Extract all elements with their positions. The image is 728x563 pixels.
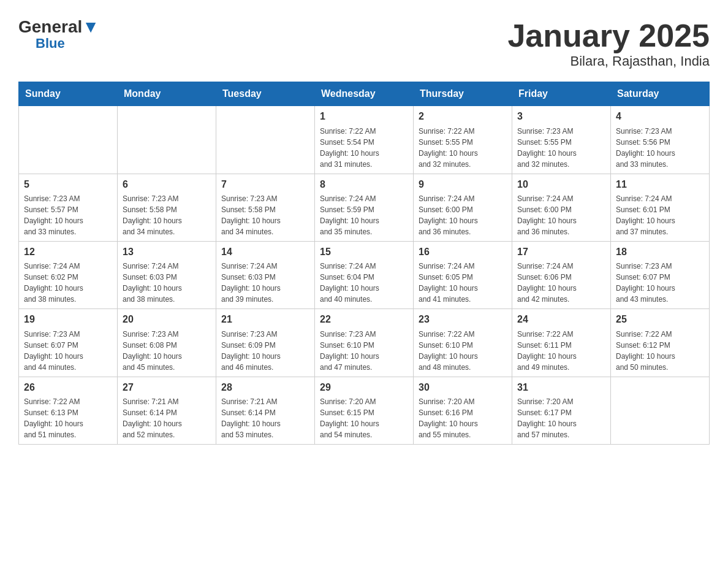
day-number: 31	[517, 381, 605, 394]
calendar-subtitle: Bilara, Rajasthan, India	[507, 53, 710, 69]
day-info: Sunrise: 7:24 AM Sunset: 6:00 PM Dayligh…	[517, 193, 605, 237]
day-info: Sunrise: 7:22 AM Sunset: 6:12 PM Dayligh…	[616, 329, 704, 373]
day-number: 27	[123, 381, 211, 394]
calendar-day-cell: 28Sunrise: 7:21 AM Sunset: 6:14 PM Dayli…	[216, 377, 315, 444]
calendar-day-cell: 26Sunrise: 7:22 AM Sunset: 6:13 PM Dayli…	[19, 377, 118, 444]
day-info: Sunrise: 7:23 AM Sunset: 5:58 PM Dayligh…	[221, 193, 309, 237]
calendar-day-cell: 8Sunrise: 7:24 AM Sunset: 5:59 PM Daylig…	[315, 174, 414, 241]
day-number: 23	[419, 313, 507, 326]
calendar-day-cell: 15Sunrise: 7:24 AM Sunset: 6:04 PM Dayli…	[315, 241, 414, 308]
calendar-week-row: 12Sunrise: 7:24 AM Sunset: 6:02 PM Dayli…	[19, 241, 710, 308]
day-number: 17	[517, 245, 605, 259]
calendar-day-cell: 29Sunrise: 7:20 AM Sunset: 6:15 PM Dayli…	[315, 377, 414, 444]
calendar-day-cell: 4Sunrise: 7:23 AM Sunset: 5:56 PM Daylig…	[611, 106, 710, 174]
day-number: 7	[221, 178, 309, 191]
day-info: Sunrise: 7:22 AM Sunset: 6:11 PM Dayligh…	[517, 329, 605, 373]
calendar-day-cell: 11Sunrise: 7:24 AM Sunset: 6:01 PM Dayli…	[611, 174, 710, 241]
calendar-day-cell: 19Sunrise: 7:23 AM Sunset: 6:07 PM Dayli…	[19, 309, 118, 377]
day-number: 26	[24, 381, 112, 394]
calendar-header-wednesday: Wednesday	[315, 82, 414, 106]
day-number: 28	[221, 381, 309, 394]
day-number: 5	[24, 178, 112, 191]
calendar-day-cell: 7Sunrise: 7:23 AM Sunset: 5:58 PM Daylig…	[216, 174, 315, 241]
calendar-day-cell	[19, 106, 118, 174]
day-number: 15	[320, 245, 408, 259]
day-number: 16	[419, 245, 507, 259]
day-info: Sunrise: 7:22 AM Sunset: 6:10 PM Dayligh…	[419, 329, 507, 373]
calendar-day-cell: 12Sunrise: 7:24 AM Sunset: 6:02 PM Dayli…	[19, 241, 118, 308]
day-number: 9	[419, 178, 507, 191]
calendar-header-row: SundayMondayTuesdayWednesdayThursdayFrid…	[19, 82, 710, 106]
day-number: 24	[517, 313, 605, 326]
day-info: Sunrise: 7:23 AM Sunset: 5:58 PM Dayligh…	[123, 193, 211, 237]
day-number: 11	[616, 178, 704, 191]
calendar-day-cell	[611, 377, 710, 444]
calendar-title: January 2025	[507, 18, 710, 53]
logo-blue-text: Blue	[36, 36, 65, 52]
calendar-day-cell: 2Sunrise: 7:22 AM Sunset: 5:55 PM Daylig…	[414, 106, 512, 174]
day-info: Sunrise: 7:20 AM Sunset: 6:17 PM Dayligh…	[517, 396, 605, 440]
logo-general-text: General▼	[18, 18, 99, 36]
day-info: Sunrise: 7:23 AM Sunset: 5:57 PM Dayligh…	[24, 193, 112, 237]
logo: General▼ Blue	[18, 18, 99, 52]
day-number: 18	[616, 245, 704, 259]
day-info: Sunrise: 7:24 AM Sunset: 6:03 PM Dayligh…	[123, 261, 211, 305]
day-info: Sunrise: 7:23 AM Sunset: 5:56 PM Dayligh…	[616, 126, 704, 170]
day-info: Sunrise: 7:23 AM Sunset: 5:55 PM Dayligh…	[517, 126, 605, 170]
calendar-day-cell: 3Sunrise: 7:23 AM Sunset: 5:55 PM Daylig…	[512, 106, 611, 174]
calendar-header-friday: Friday	[512, 82, 611, 106]
day-info: Sunrise: 7:24 AM Sunset: 5:59 PM Dayligh…	[320, 193, 408, 237]
day-info: Sunrise: 7:21 AM Sunset: 6:14 PM Dayligh…	[123, 396, 211, 440]
calendar-day-cell: 22Sunrise: 7:23 AM Sunset: 6:10 PM Dayli…	[315, 309, 414, 377]
day-number: 30	[419, 381, 507, 394]
calendar-day-cell: 30Sunrise: 7:20 AM Sunset: 6:16 PM Dayli…	[414, 377, 512, 444]
calendar-day-cell: 14Sunrise: 7:24 AM Sunset: 6:03 PM Dayli…	[216, 241, 315, 308]
day-number: 14	[221, 245, 309, 259]
day-number: 25	[616, 313, 704, 326]
calendar-table: SundayMondayTuesdayWednesdayThursdayFrid…	[18, 82, 710, 445]
day-info: Sunrise: 7:24 AM Sunset: 6:06 PM Dayligh…	[517, 261, 605, 305]
day-number: 12	[24, 245, 112, 259]
day-number: 21	[221, 313, 309, 326]
calendar-week-row: 1Sunrise: 7:22 AM Sunset: 5:54 PM Daylig…	[19, 106, 710, 174]
day-info: Sunrise: 7:24 AM Sunset: 6:00 PM Dayligh…	[419, 193, 507, 237]
day-info: Sunrise: 7:22 AM Sunset: 5:55 PM Dayligh…	[419, 126, 507, 170]
day-number: 29	[320, 381, 408, 394]
day-info: Sunrise: 7:24 AM Sunset: 6:03 PM Dayligh…	[221, 261, 309, 305]
calendar-header-sunday: Sunday	[19, 82, 118, 106]
day-info: Sunrise: 7:23 AM Sunset: 6:07 PM Dayligh…	[24, 329, 112, 373]
day-number: 1	[320, 110, 408, 123]
day-number: 2	[419, 110, 507, 123]
day-number: 8	[320, 178, 408, 191]
calendar-day-cell: 23Sunrise: 7:22 AM Sunset: 6:10 PM Dayli…	[414, 309, 512, 377]
day-info: Sunrise: 7:23 AM Sunset: 6:07 PM Dayligh…	[616, 261, 704, 305]
day-number: 4	[616, 110, 704, 123]
day-info: Sunrise: 7:23 AM Sunset: 6:10 PM Dayligh…	[320, 329, 408, 373]
calendar-header-saturday: Saturday	[611, 82, 710, 106]
day-number: 3	[517, 110, 605, 123]
calendar-day-cell: 17Sunrise: 7:24 AM Sunset: 6:06 PM Dayli…	[512, 241, 611, 308]
day-info: Sunrise: 7:24 AM Sunset: 6:05 PM Dayligh…	[419, 261, 507, 305]
day-number: 20	[123, 313, 211, 326]
calendar-day-cell: 25Sunrise: 7:22 AM Sunset: 6:12 PM Dayli…	[611, 309, 710, 377]
calendar-day-cell: 27Sunrise: 7:21 AM Sunset: 6:14 PM Dayli…	[118, 377, 216, 444]
day-number: 22	[320, 313, 408, 326]
day-info: Sunrise: 7:23 AM Sunset: 6:08 PM Dayligh…	[123, 329, 211, 373]
calendar-day-cell: 5Sunrise: 7:23 AM Sunset: 5:57 PM Daylig…	[19, 174, 118, 241]
day-info: Sunrise: 7:24 AM Sunset: 6:04 PM Dayligh…	[320, 261, 408, 305]
calendar-week-row: 26Sunrise: 7:22 AM Sunset: 6:13 PM Dayli…	[19, 377, 710, 444]
day-info: Sunrise: 7:24 AM Sunset: 6:02 PM Dayligh…	[24, 261, 112, 305]
day-info: Sunrise: 7:22 AM Sunset: 6:13 PM Dayligh…	[24, 396, 112, 440]
calendar-day-cell: 1Sunrise: 7:22 AM Sunset: 5:54 PM Daylig…	[315, 106, 414, 174]
calendar-header-tuesday: Tuesday	[216, 82, 315, 106]
calendar-week-row: 19Sunrise: 7:23 AM Sunset: 6:07 PM Dayli…	[19, 309, 710, 377]
calendar-day-cell: 13Sunrise: 7:24 AM Sunset: 6:03 PM Dayli…	[118, 241, 216, 308]
calendar-header-monday: Monday	[118, 82, 216, 106]
calendar-day-cell: 31Sunrise: 7:20 AM Sunset: 6:17 PM Dayli…	[512, 377, 611, 444]
logo-triangle-icon: ▼	[82, 17, 99, 36]
calendar-day-cell: 24Sunrise: 7:22 AM Sunset: 6:11 PM Dayli…	[512, 309, 611, 377]
calendar-day-cell: 21Sunrise: 7:23 AM Sunset: 6:09 PM Dayli…	[216, 309, 315, 377]
day-number: 19	[24, 313, 112, 326]
calendar-day-cell: 20Sunrise: 7:23 AM Sunset: 6:08 PM Dayli…	[118, 309, 216, 377]
day-info: Sunrise: 7:24 AM Sunset: 6:01 PM Dayligh…	[616, 193, 704, 237]
